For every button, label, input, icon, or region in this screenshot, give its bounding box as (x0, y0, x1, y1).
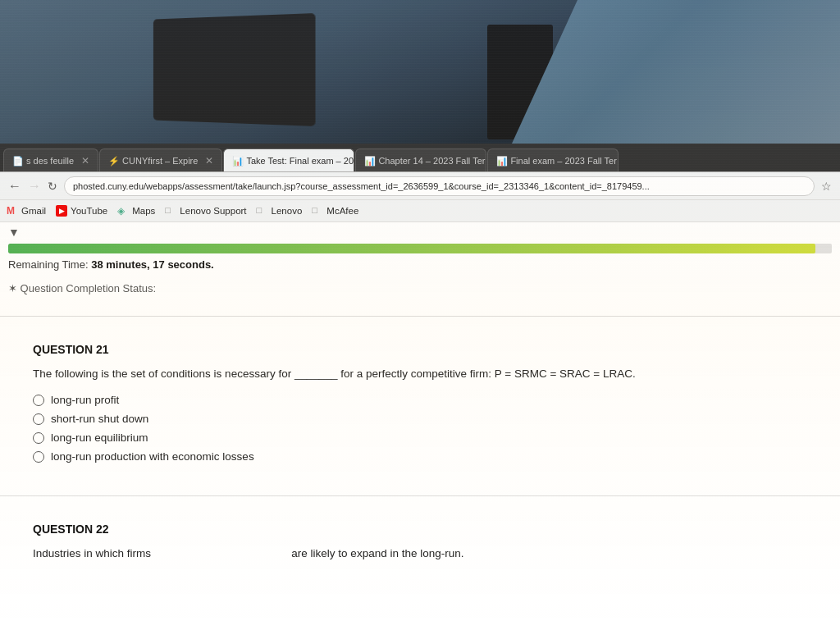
tab-feuille-icon: 📄 (12, 156, 22, 166)
answer-option-3[interactable]: long-run equilibrium (33, 431, 807, 444)
tabs-bar: 📄 s des feuille ✕ ⚡ CUNYfirst – Expire ✕… (0, 144, 840, 171)
browser-chrome: 📄 s des feuille ✕ ⚡ CUNYfirst – Expire ✕… (0, 144, 840, 222)
lenovo-icon: □ (257, 205, 268, 217)
question-22-area: QUESTION 22 Industries in which firms ar… (0, 513, 840, 583)
tab-cunyfirst-close[interactable]: ✕ (205, 155, 213, 167)
mcafee-icon: □ (312, 205, 323, 217)
radio-2[interactable] (33, 413, 44, 425)
answer-option-4[interactable]: long-run production with economic losses (33, 450, 807, 463)
bookmark-lenovo-support[interactable]: □ Lenovo Support (165, 205, 246, 217)
maps-icon: ◈ (117, 205, 129, 217)
timer-value: 38 minutes, 17 seconds. (91, 258, 214, 271)
tab-chapter14-icon: 📊 (364, 156, 374, 166)
bookmarks-bar: M Gmail ▶ YouTube ◈ Maps □ Lenovo Suppor… (0, 199, 840, 222)
option-2-label: short-run shut down (51, 413, 148, 425)
monitor-silhouette (487, 25, 553, 139)
tab-take-test-icon: 📊 (232, 156, 242, 166)
timer-text: Remaining Time: 38 minutes, 17 seconds. (8, 258, 832, 271)
q22-blank (154, 547, 289, 559)
bookmark-mcafee[interactable]: □ McAfee (312, 205, 358, 217)
forward-button[interactable]: → (28, 179, 41, 194)
question-21-area: QUESTION 21 The following is the set of … (0, 333, 840, 479)
youtube-icon: ▶ (56, 205, 67, 217)
bookmark-gmail[interactable]: M Gmail (7, 205, 46, 217)
tab-feuille[interactable]: 📄 s des feuille ✕ (3, 148, 98, 171)
tab-chapter14[interactable]: 📊 Chapter 14 – 2023 Fall Ter ✕ (355, 148, 486, 171)
question-22-text: Industries in which firms are likely to … (33, 546, 807, 562)
collapse-arrow: ▼ (8, 226, 20, 239)
desk-background (0, 0, 840, 144)
option-1-label: long-run profit (51, 394, 119, 406)
radio-3[interactable] (33, 432, 44, 444)
gmail-icon: M (7, 205, 18, 217)
progress-bar-outer (8, 244, 832, 253)
radio-1[interactable] (33, 395, 44, 406)
bookmark-youtube[interactable]: ▶ YouTube (56, 205, 107, 217)
tab-final-exam-icon: 📊 (496, 156, 506, 166)
tab-cunyfirst[interactable]: ⚡ CUNYfirst – Expire ✕ (99, 148, 222, 171)
collapse-section[interactable]: ▼ (0, 222, 840, 239)
question-21-number: QUESTION 21 (33, 343, 807, 356)
divider-top (0, 316, 840, 317)
lenovo-support-icon: □ (165, 205, 176, 217)
bookmark-maps[interactable]: ◈ Maps (117, 205, 155, 217)
bookmark-star[interactable]: ☆ (821, 180, 832, 193)
tab-final-exam[interactable]: 📊 Final exam – 2023 Fall Ter ✕ (487, 148, 619, 171)
timer-container: Remaining Time: 38 minutes, 17 seconds. (0, 239, 840, 277)
radio-4[interactable] (33, 451, 44, 463)
back-button[interactable]: ← (8, 179, 21, 194)
tab-take-test[interactable]: 📊 Take Test: Final exam – 202 ✕ (223, 148, 354, 171)
answer-option-1[interactable]: long-run profit (33, 394, 807, 406)
q22-text-part1: Industries in which firms (33, 547, 151, 559)
option-4-label: long-run production with economic losses (51, 450, 254, 463)
progress-bar-inner (8, 244, 815, 253)
question-22-number: QUESTION 22 (33, 523, 807, 536)
completion-status: ✶ Question Completion Status: (0, 277, 840, 299)
tab-feuille-close[interactable]: ✕ (81, 155, 89, 167)
tab-cunyfirst-icon: ⚡ (108, 156, 118, 166)
divider-q22 (0, 495, 840, 496)
answer-option-2[interactable]: short-run shut down (33, 413, 807, 425)
bookmark-lenovo[interactable]: □ Lenovo (257, 205, 303, 217)
address-bar: ← → ↻ ☆ (0, 171, 840, 199)
reload-button[interactable]: ↻ (48, 180, 57, 193)
q22-text-part2: are likely to expand in the long-run. (291, 547, 463, 559)
question-21-text: The following is the set of conditions i… (33, 366, 807, 382)
url-input[interactable] (64, 176, 815, 196)
option-3-label: long-run equilibrium (51, 431, 148, 444)
page-content: ▼ Remaining Time: 38 minutes, 17 seconds… (0, 222, 840, 630)
